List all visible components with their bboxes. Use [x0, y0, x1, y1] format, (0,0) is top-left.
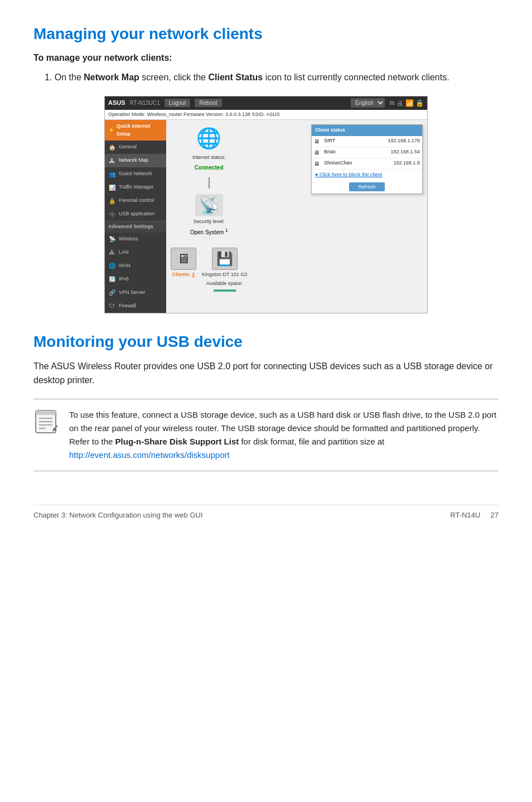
client-status-popup: Client status 🖥 SIRT 192.168.1.176 🖥 Bri… — [311, 124, 423, 194]
security-icon: 📡 — [195, 194, 223, 216]
note-box: To use this feature, connect a USB stora… — [33, 399, 499, 471]
footer-right: RT-N14U 27 — [451, 510, 499, 521]
sidebar-item-lan[interactable]: 🖧 LAN — [105, 246, 166, 259]
usb-app-icon: ➕ — [108, 210, 116, 218]
client-row-0: 🖥 SIRT 192.168.1.176 — [312, 136, 422, 147]
parental-label: Parental control — [119, 197, 154, 205]
refresh-button[interactable]: Refresh — [349, 182, 385, 191]
advanced-settings-label: Advanced Settings — [105, 221, 166, 233]
security-value: Open System 1 — [190, 227, 228, 236]
guestnetwork-label: Guest Network — [119, 170, 152, 178]
topbar-icons: ✉ 🖨 📶 🔒 — [389, 98, 424, 108]
connector-line-1 — [209, 177, 210, 189]
usb-device-box: 💾 Kingston DT 101 G2 Available space: — [202, 248, 247, 292]
wireless-label: Wireless — [119, 235, 138, 243]
sidebar-item-vpn[interactable]: 🔗 VPN Server — [105, 286, 166, 299]
quick-setup-label: Quick Internet Setup — [117, 123, 163, 138]
client-2-name: ShrinerChen — [324, 160, 391, 167]
map-bottom-row: 🖥 Clients: 2 💾 Kingston DT 101 G2 Availa… — [171, 248, 247, 292]
note-content: To use this feature, connect a USB stora… — [69, 408, 499, 462]
router-infobar: Operation Mode: Wireless_router Firmware… — [105, 110, 427, 120]
reboot-button[interactable]: Reboot — [195, 99, 221, 107]
wan-label: WAN — [119, 262, 130, 270]
internet-globe-icon: 🌐 — [195, 124, 223, 152]
sidebar-item-firewall[interactable]: 🛡 Firewall — [105, 299, 166, 313]
section-2: Monitoring your USB device The ASUS Wire… — [33, 330, 499, 471]
footnote-marker: 1 — [225, 228, 228, 233]
lan-icon: 🖧 — [108, 249, 116, 257]
router-icon: 🖥 — [171, 248, 196, 270]
usb-available-label: Available space: — [206, 280, 243, 288]
lan-label: LAN — [119, 249, 129, 257]
ipv6-label: IPv6 — [119, 276, 129, 283]
wan-icon: 🌐 — [108, 262, 116, 270]
vpn-icon: 🔗 — [108, 289, 116, 297]
client-1-ip: 192.168.1.54 — [390, 148, 420, 156]
note-icon — [33, 408, 60, 435]
usb-device-name: Kingston DT 101 G2 — [202, 271, 247, 279]
traffic-icon: 📊 — [108, 183, 116, 191]
usb-device-icon: 💾 — [212, 248, 238, 270]
router-main: ⚡ Quick Internet Setup 🏠 General 🖧 Netwo… — [105, 120, 427, 313]
router-topbar: ASUS RT-N13UC1 Logout Reboot English ✉ 🖨… — [105, 96, 427, 110]
internet-status-value: Connected — [195, 163, 224, 172]
sidebar-item-networkmap[interactable]: 🖧 Network Map — [105, 154, 166, 167]
model-label: RT-N13UC1 — [130, 99, 160, 107]
svg-rect-1 — [36, 410, 56, 415]
client-2-ip: 192.168.1.8 — [393, 160, 420, 167]
language-select[interactable]: English — [351, 98, 385, 108]
page-footer: Chapter 3: Network Configuration using t… — [33, 505, 499, 521]
note-text-end: for disk format, file and partition size… — [241, 437, 384, 446]
wireless-icon: 📡 — [108, 235, 116, 243]
clients-box: 🖥 Clients: 2 — [171, 248, 196, 279]
firewall-icon: 🛡 — [108, 302, 116, 310]
router-content: 🌐 Internet status: Connected 📡 Security … — [166, 120, 427, 313]
ipv6-icon: 🔄 — [108, 276, 116, 283]
parental-icon: 🔒 — [108, 197, 116, 205]
map-left-column: 🌐 Internet status: Connected 📡 Security … — [171, 124, 247, 292]
sidebar-quick-setup[interactable]: ⚡ Quick Internet Setup — [105, 120, 166, 141]
network-map-bold: Network Map — [84, 73, 139, 82]
sidebar-item-wireless[interactable]: 📡 Wireless — [105, 233, 166, 246]
internet-status-label: Internet status: — [192, 154, 226, 162]
client-row-1: 🖥 Brian 192.168.1.54 — [312, 147, 422, 158]
block-client-link[interactable]: ● Click here to block the client — [312, 170, 422, 181]
internet-icon-box: 🌐 Internet status: Connected — [192, 124, 226, 172]
sidebar-item-general[interactable]: 🏠 General — [105, 141, 166, 154]
clients-count[interactable]: 2 — [192, 272, 195, 277]
footer-left: Chapter 3: Network Configuration using t… — [33, 510, 203, 521]
disk-support-link[interactable]: http://event.asus.com/networks/disksuppo… — [69, 450, 230, 460]
client-0-name: SIRT — [324, 137, 385, 145]
sidebar-item-guestnetwork[interactable]: 👥 Guest Network — [105, 167, 166, 181]
general-icon: 🏠 — [108, 143, 116, 151]
networkmap-icon: 🖧 — [108, 157, 116, 165]
router-sidebar: ⚡ Quick Internet Setup 🏠 General 🖧 Netwo… — [105, 120, 166, 313]
client-2-icon: 🖥 — [314, 160, 322, 168]
note-bold-text: Plug-n-Share Disk Support List — [115, 437, 239, 446]
section-title-2: Monitoring your USB device — [33, 330, 499, 354]
client-status-title: Client status — [312, 125, 422, 136]
firewall-label: Firewall — [119, 302, 136, 310]
sub-heading-1: To manage your network clients: — [33, 51, 499, 65]
usb-space-bar — [214, 289, 236, 292]
client-0-icon: 🖥 — [314, 137, 322, 146]
router-screenshot: ASUS RT-N13UC1 Logout Reboot English ✉ 🖨… — [104, 96, 428, 313]
traffic-label: Traffic Manager — [119, 183, 154, 191]
networkmap-label: Network Map — [119, 157, 148, 165]
sidebar-item-usb[interactable]: ➕ USB application — [105, 207, 166, 221]
usb-app-label: USB application — [119, 210, 154, 218]
section-title-1: Managing your network clients — [33, 22, 499, 46]
logout-button[interactable]: Logout — [165, 99, 191, 107]
quick-setup-icon: ⚡ — [108, 127, 114, 134]
monitoring-para: The ASUS Wireless Router provides one US… — [33, 359, 499, 388]
sidebar-item-trafficmanager[interactable]: 📊 Traffic Manager — [105, 181, 166, 194]
security-icon-box: 📡 Security level: Open System 1 — [190, 194, 228, 237]
network-map-area: 🌐 Internet status: Connected 📡 Security … — [171, 124, 423, 292]
client-status-bold: Client Status — [208, 73, 263, 82]
clients-label: Clients: 2 — [172, 271, 195, 279]
client-row-2: 🖥 ShrinerChen 192.168.1.8 — [312, 158, 422, 170]
sidebar-item-wan[interactable]: 🌐 WAN — [105, 259, 166, 273]
sidebar-item-ipv6[interactable]: 🔄 IPv6 — [105, 273, 166, 286]
client-0-ip: 192.168.1.176 — [388, 137, 420, 145]
sidebar-item-parental[interactable]: 🔒 Parental control — [105, 194, 166, 207]
